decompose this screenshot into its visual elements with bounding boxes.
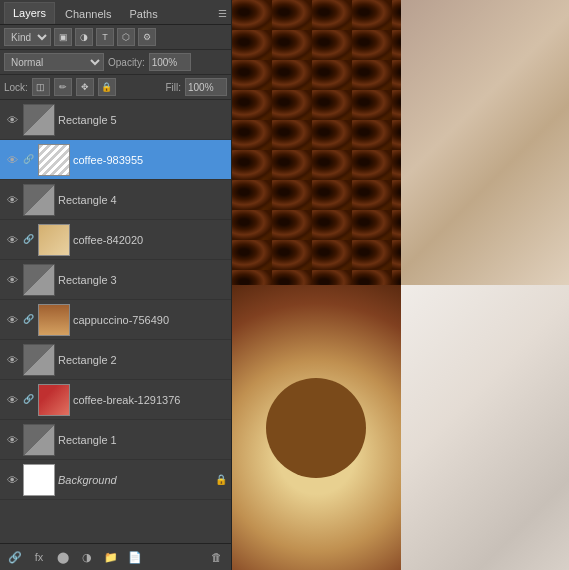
layer-name: Rectangle 2 (58, 354, 227, 366)
fill-input[interactable] (185, 78, 227, 96)
layer-name: Rectangle 5 (58, 114, 227, 126)
photo-espresso (401, 285, 570, 570)
visibility-icon[interactable]: 👁 (4, 352, 20, 368)
visibility-icon[interactable]: 👁 (4, 392, 20, 408)
lock-paint-icon[interactable]: ✏ (54, 78, 72, 96)
blend-row: Normal Opacity: (0, 50, 231, 75)
visibility-icon[interactable]: 👁 (4, 152, 20, 168)
add-adjustment-icon[interactable]: ◑ (78, 548, 96, 566)
layer-name: Background (58, 474, 210, 486)
layer-item[interactable]: 👁 🔗 coffee-983955 (0, 140, 231, 180)
layer-item[interactable]: 👁 🔗 coffee-break-1291376 (0, 380, 231, 420)
layer-background[interactable]: 👁 Background 🔒 (0, 460, 231, 500)
link-layers-icon[interactable]: 🔗 (6, 548, 24, 566)
visibility-icon[interactable]: 👁 (4, 312, 20, 328)
create-layer-icon[interactable]: 📄 (126, 548, 144, 566)
link-icon: 🔗 (23, 394, 35, 406)
filter-shape-icon[interactable]: ⬡ (117, 28, 135, 46)
layer-thumbnail (23, 464, 55, 496)
layer-thumbnail (38, 224, 70, 256)
visibility-icon[interactable]: 👁 (4, 232, 20, 248)
opacity-input[interactable] (149, 53, 191, 71)
lock-label: Lock: (4, 82, 28, 93)
blend-mode-select[interactable]: Normal (4, 53, 104, 71)
lock-badge-icon: 🔒 (215, 474, 227, 485)
lock-move-icon[interactable]: ✥ (76, 78, 94, 96)
lock-transparent-icon[interactable]: ◫ (32, 78, 50, 96)
lock-all-icon[interactable]: 🔒 (98, 78, 116, 96)
opacity-label: Opacity: (108, 57, 145, 68)
link-icon: 🔗 (23, 154, 35, 166)
visibility-icon[interactable]: 👁 (4, 112, 20, 128)
visibility-icon[interactable]: 👁 (4, 472, 20, 488)
layer-item[interactable]: 👁 Rectangle 1 (0, 420, 231, 460)
layer-thumbnail (38, 144, 70, 176)
link-icon: 🔗 (23, 314, 35, 326)
layer-item[interactable]: 👁 Rectangle 3 (0, 260, 231, 300)
kind-select[interactable]: Kind (4, 28, 51, 46)
layer-name: Rectangle 4 (58, 194, 227, 206)
photo-beans (232, 0, 401, 285)
bottom-bar: 🔗 fx ⬤ ◑ 📁 📄 🗑 (0, 543, 231, 570)
photo-latte (232, 285, 401, 570)
visibility-icon[interactable]: 👁 (4, 272, 20, 288)
filter-type-icon[interactable]: T (96, 28, 114, 46)
layer-thumbnail (38, 304, 70, 336)
layer-thumbnail (23, 184, 55, 216)
layer-thumbnail (23, 424, 55, 456)
layer-item[interactable]: 👁 🔗 coffee-842020 (0, 220, 231, 260)
layer-thumbnail (38, 384, 70, 416)
layer-name: Rectangle 1 (58, 434, 227, 446)
delete-layer-icon[interactable]: 🗑 (207, 548, 225, 566)
tab-layers[interactable]: Layers (4, 2, 55, 24)
layer-item[interactable]: 👁 🔗 cappuccino-756490 (0, 300, 231, 340)
filter-adjust-icon[interactable]: ◑ (75, 28, 93, 46)
add-mask-icon[interactable]: ⬤ (54, 548, 72, 566)
layer-name: coffee-842020 (73, 234, 227, 246)
add-fx-icon[interactable]: fx (30, 548, 48, 566)
panel-menu-icon[interactable]: ☰ (218, 8, 227, 19)
kind-toolbar: Kind ▣ ◑ T ⬡ ⚙ (0, 25, 231, 50)
filter-pixel-icon[interactable]: ▣ (54, 28, 72, 46)
layer-thumbnail (23, 344, 55, 376)
tab-paths[interactable]: Paths (122, 3, 166, 24)
tab-bar: Layers Channels Paths ☰ (0, 0, 231, 25)
layer-name: Rectangle 3 (58, 274, 227, 286)
link-icon: 🔗 (23, 234, 35, 246)
visibility-icon[interactable]: 👁 (4, 432, 20, 448)
layer-thumbnail (23, 264, 55, 296)
color-swatch-circle (266, 378, 366, 478)
layer-thumbnail (23, 104, 55, 136)
layer-name: coffee-983955 (73, 154, 227, 166)
canvas-area (232, 0, 569, 570)
tab-channels[interactable]: Channels (57, 3, 119, 24)
layer-item[interactable]: 👁 Rectangle 5 (0, 100, 231, 140)
layers-panel: Layers Channels Paths ☰ Kind ▣ ◑ T ⬡ ⚙ N… (0, 0, 232, 570)
filter-smart-icon[interactable]: ⚙ (138, 28, 156, 46)
layer-name: coffee-break-1291376 (73, 394, 227, 406)
photo-cup-tray (401, 0, 570, 285)
layer-item[interactable]: 👁 Rectangle 4 (0, 180, 231, 220)
layers-list: 👁 Rectangle 5 👁 🔗 coffee-983955 👁 Rectan… (0, 100, 231, 543)
layer-name: cappuccino-756490 (73, 314, 227, 326)
lock-row: Lock: ◫ ✏ ✥ 🔒 Fill: (0, 75, 231, 100)
layer-item[interactable]: 👁 Rectangle 2 (0, 340, 231, 380)
create-group-icon[interactable]: 📁 (102, 548, 120, 566)
fill-label: Fill: (165, 82, 181, 93)
visibility-icon[interactable]: 👁 (4, 192, 20, 208)
